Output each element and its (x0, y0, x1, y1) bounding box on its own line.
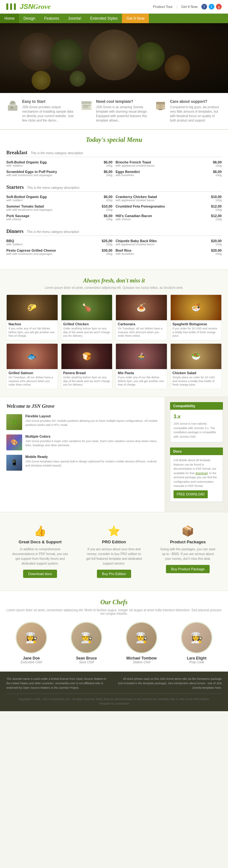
menu-item-price: $10,00 (211, 195, 222, 199)
package-icon: 📦 (159, 525, 217, 537)
menu-item-name: Hill's Canadian Bacon (116, 214, 152, 218)
chef-card-0: 👩‍🍳 Jane Doe Executive Chef (6, 622, 56, 664)
menu-item: Cranberry Chicken Salad $10,00 with appl… (116, 195, 222, 202)
nav-home[interactable]: Home (0, 14, 19, 23)
support-row: 👍 Great Docs & Support In addition to co… (6, 520, 222, 583)
buy-package-button[interactable]: Buy Product Package (166, 565, 210, 573)
support-desc-2: Going with the packages, you can save up… (159, 547, 217, 561)
chef-card-1: 👨‍🍳 Sean Bruce Sous Chef (62, 622, 111, 664)
googleplus-icon[interactable]: g (216, 4, 222, 9)
food-image-nachos: 🌮 (7, 295, 58, 320)
social-icons: f t g (201, 4, 222, 9)
site-logo[interactable]: JSNGrove (20, 3, 51, 11)
food-image-salmon: 🐟 (7, 344, 58, 369)
support-title-0: Great Docs & Support (11, 539, 69, 544)
layout-image: 🌿 (6, 414, 22, 430)
food-card-4: 🐟 Grilled Salmon On Tuesdays, all our di… (6, 343, 58, 389)
chef-title-2: Station Chef (117, 660, 166, 664)
chef-avatar-1: 👨‍🍳 (72, 623, 101, 652)
free-download-button[interactable]: FREE DOWNLOAD (174, 490, 208, 498)
chef-card-3: 👩‍🍳 Lara Elight Prep Cook (172, 622, 222, 664)
menu-item-weight: 100g (215, 252, 222, 255)
menu-item: Soft-Boiled Organic Egg $6,00 with 'sold… (6, 160, 112, 167)
menu-item-desc: with wild mushrooms and asparagus (6, 252, 52, 255)
menu-item-weight: 200g (106, 208, 112, 211)
menu-item: Summer Tomato Salad $10,00 with wild mus… (6, 205, 112, 211)
food-desc-1: Order anything before 5pm on any day of … (63, 327, 111, 338)
menu-item-name: Chipotle Baby Back Ribs (116, 239, 157, 243)
features-row: Easy to Start JSN Grove provides unique … (0, 93, 228, 129)
svg-rect-10 (156, 102, 165, 104)
food-name-7: Chicken Salad (173, 371, 220, 375)
menu-items-dinners: BBQ $25,00 with 'soldiers' 200g Pesto Ca… (6, 239, 222, 258)
nav-joomla[interactable]: Joomla! (64, 14, 86, 23)
category-name-starters: Starters (6, 184, 24, 190)
welcome-feature-mobile: 📱 Mobile Ready JSN Grove templates have … (6, 455, 158, 471)
menu-item-weight: 100g (215, 208, 222, 211)
food-name-1: Grilled Chicken (63, 322, 111, 326)
get-it-now-link[interactable]: Get It Now (181, 5, 198, 8)
free-download-link[interactable]: download (195, 472, 208, 475)
food-card-6: 🍲 Mix Pasta If you order any of our fab … (116, 343, 167, 389)
chef-title-0: Executive Chef (6, 660, 56, 664)
feature-desc-2: Compared to big guys, we produce very li… (170, 105, 222, 123)
category-name-dinners: Dinners (6, 228, 24, 234)
docs-box: Docs Full details about all template fea… (170, 447, 223, 502)
menu-item: Crumbled Feta Pomegranates $12,00 100g (116, 205, 222, 211)
menu-item-price: $12,00 (211, 205, 222, 208)
header: JSNGrove Product Tour | Get It Now f t g (0, 0, 228, 14)
feature-title-0: Easy to Start (22, 99, 74, 104)
menu-item: Pesto Caprese Grilled Cheese $30,00 with… (6, 248, 112, 255)
chef-photo-0: 👩‍🍳 (15, 622, 47, 653)
docs-desc: Full details about all template features… (174, 458, 220, 489)
docs-box-content: Full details about all template features… (170, 455, 223, 502)
category-header-dinners: Dinners This is the menu category descri… (6, 228, 222, 236)
menu-items-breakfast: Soft-Boiled Organic Egg $6,00 with 'sold… (6, 160, 222, 179)
menu-category-dinners: Dinners This is the menu category descri… (6, 228, 222, 258)
menu-item: Beef Rice $20,00 with homefries 100g (116, 248, 222, 255)
svg-rect-6 (83, 105, 90, 106)
menu-item-name: Summer Tomato Salad (6, 205, 44, 208)
food-desc-2: On Tuesdays, all our dishes have a massi… (118, 327, 165, 338)
footer: The Joomla! name is used under a limited… (0, 672, 228, 711)
header-links: Product Tour | Get It Now f t g (153, 4, 222, 9)
facebook-icon[interactable]: f (201, 4, 207, 9)
welcome-feat-title-2: Mobile Ready (25, 455, 158, 459)
menu-item-name: BBQ (6, 239, 14, 243)
compatibility-box: Compatibility 3.x JSN Grove is now nativ… (170, 402, 223, 442)
menu-col-left-starters: Soft-Boiled Organic Egg $6,00 with 'sold… (6, 195, 112, 223)
nav-design[interactable]: Design (19, 14, 40, 23)
support-section: 👍 Great Docs & Support In addition to co… (0, 512, 228, 591)
menu-item-desc: with 'soldiers' (6, 164, 23, 167)
menu-items-starters: Soft-Boiled Organic Egg $6,00 with 'sold… (6, 195, 222, 223)
menu-item-name: Pork Sausage (6, 214, 30, 218)
feature-template: Need cool template? JSN Grove is an amaz… (80, 99, 148, 123)
buy-pro-button[interactable]: Buy Pro Edition (97, 570, 131, 578)
support-title-1: PRO Edition (85, 539, 143, 544)
menu-item: Soft-Boiled Organic Egg $6,00 with 'sold… (6, 195, 112, 202)
food-card-5: 🍞 Panera Bread Order anything before 5pm… (61, 343, 113, 389)
menu-item-price: $20,00 (211, 248, 222, 252)
menu-item-desc: with wild mushrooms and asparagus (6, 208, 52, 211)
svg-point-3 (10, 101, 15, 104)
menu-item-price: $10,00 (102, 205, 112, 208)
nav-getit[interactable]: Get It Now (122, 14, 149, 23)
chef-name-2: Michael Tombow (117, 656, 166, 660)
menu-item-desc: with applewood smoked bacon (116, 243, 155, 246)
nav-extended[interactable]: Extended Styles (86, 14, 122, 23)
food-card-3: 🍜 Spaghetti Bolognese If you order for 2… (170, 294, 222, 340)
menu-col-right-starters: Cranberry Chicken Salad $10,00 with appl… (116, 195, 222, 223)
fresh-section: Always fresh, don't miss it Lorem ipsum … (0, 270, 228, 397)
product-tour-link[interactable]: Product Tour (153, 5, 173, 8)
menu-item-name: Eggs Benedict (116, 170, 140, 174)
menu-item-price: $20,00 (211, 239, 222, 243)
twitter-icon[interactable]: t (209, 4, 215, 9)
template-icon (80, 99, 93, 112)
menu-item-price: $30,00 (102, 248, 112, 252)
download-docs-button[interactable]: Download docs (23, 570, 57, 578)
hero-banner (0, 23, 228, 93)
chef-photo-2: 👨‍🍳 (126, 622, 157, 653)
food-desc-3: If you order for 20 USD and receive a to… (173, 327, 220, 338)
feature-support: Care about support? Compared to big guys… (154, 99, 222, 123)
nav-features[interactable]: Features (40, 14, 63, 23)
